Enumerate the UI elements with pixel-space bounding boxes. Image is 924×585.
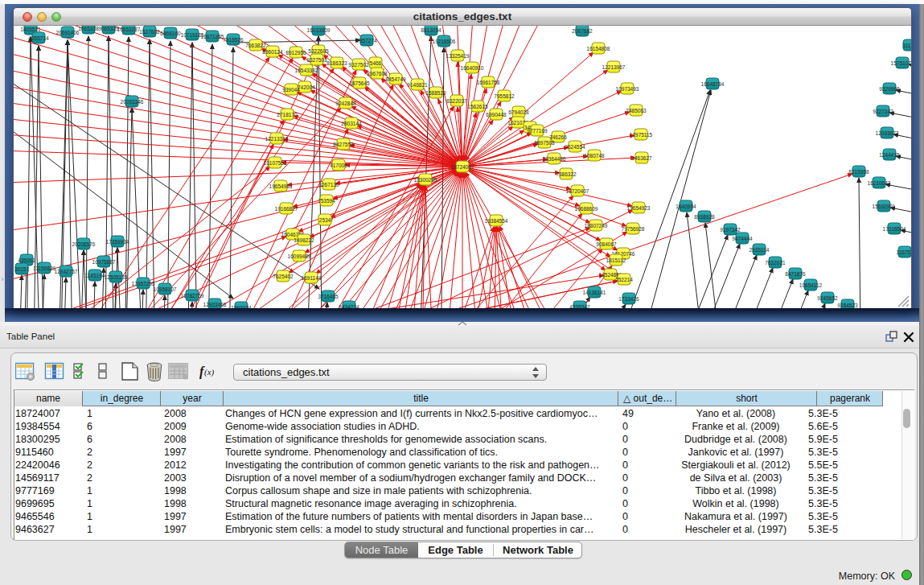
- svg-text:5322605: 5322605: [308, 48, 329, 54]
- svg-text:7625402: 7625402: [273, 274, 294, 279]
- svg-text:10688609: 10688609: [575, 206, 598, 212]
- svg-text:19654923: 19654923: [627, 205, 651, 211]
- svg-text:17016504: 17016504: [883, 226, 906, 232]
- svg-text:1463627: 1463627: [631, 155, 652, 161]
- svg-text:3716485: 3716485: [318, 294, 339, 299]
- svg-text:9242848: 9242848: [335, 101, 356, 106]
- svg-text:9329966: 9329966: [879, 86, 900, 92]
- svg-text:252214: 252214: [615, 277, 633, 282]
- svg-text:79756928: 79756928: [622, 226, 645, 232]
- svg-text:9084067: 9084067: [596, 241, 617, 247]
- svg-text:2534: 2534: [319, 217, 331, 223]
- svg-text:8471876: 8471876: [785, 271, 806, 277]
- svg-text:19218506: 19218506: [433, 39, 456, 44]
- svg-text:39157: 39157: [14, 266, 29, 272]
- svg-text:939044: 939044: [282, 87, 300, 93]
- svg-text:8912956: 8912956: [285, 50, 306, 56]
- svg-text:746266: 746266: [549, 134, 567, 140]
- svg-text:16210643: 16210643: [868, 180, 891, 186]
- svg-text:1733426: 1733426: [618, 296, 639, 302]
- svg-text:9146821: 9146821: [407, 82, 428, 88]
- svg-text:20053346: 20053346: [121, 99, 144, 105]
- svg-text:8454749: 8454749: [385, 76, 406, 82]
- svg-text:1244415: 1244415: [879, 152, 900, 158]
- svg-text:12093872: 12093872: [876, 130, 899, 136]
- svg-text:10975887: 10975887: [92, 259, 116, 265]
- svg-text:20691406: 20691406: [56, 30, 80, 35]
- svg-text:8215958: 8215958: [848, 169, 869, 175]
- svg-text:10958107: 10958107: [154, 286, 177, 292]
- svg-text:16782759: 16782759: [181, 293, 204, 299]
- svg-text:16671355: 16671355: [201, 34, 224, 39]
- svg-text:435061: 435061: [18, 257, 35, 263]
- svg-text:3875645: 3875645: [349, 80, 370, 86]
- svg-text:1815112: 1815112: [606, 257, 626, 263]
- svg-text:14136141: 14136141: [583, 290, 606, 295]
- svg-text:3624554: 3624554: [565, 144, 585, 150]
- svg-text:3267130: 3267130: [318, 182, 339, 187]
- svg-text:8938928: 8938928: [694, 214, 715, 220]
- svg-text:2935114: 2935114: [749, 247, 770, 253]
- svg-text:12213319: 12213319: [265, 136, 289, 142]
- svg-text:1640954: 1640954: [676, 204, 696, 209]
- svg-text:9327503: 9327503: [306, 57, 327, 63]
- svg-text:16099489: 16099489: [288, 253, 311, 259]
- svg-text:19166827: 19166827: [275, 206, 298, 212]
- svg-text:1145194: 1145194: [85, 273, 105, 278]
- svg-text:18807249: 18807249: [585, 223, 608, 229]
- svg-text:753594: 753594: [318, 198, 335, 204]
- svg-text:1527602: 1527602: [139, 29, 160, 35]
- svg-text:2087682: 2087682: [572, 28, 593, 34]
- svg-text:16640910: 16640910: [461, 65, 484, 71]
- svg-text:9284523: 9284523: [837, 303, 858, 308]
- svg-text:116753: 116753: [896, 249, 911, 255]
- svg-text:16543382: 16543382: [295, 68, 318, 73]
- svg-text:11156829: 11156829: [33, 266, 55, 271]
- svg-text:12975115: 12975115: [630, 132, 653, 138]
- svg-text:16154808: 16154808: [587, 46, 610, 51]
- svg-text:8186323: 8186323: [326, 60, 347, 66]
- svg-text:12942757: 12942757: [55, 269, 78, 274]
- svg-text:8427552: 8427552: [333, 142, 354, 147]
- svg-text:19384554: 19384554: [485, 218, 508, 224]
- svg-text:2967608: 2967608: [367, 71, 388, 76]
- svg-text:6794028: 6794028: [508, 109, 529, 115]
- svg-text:8813054: 8813054: [421, 27, 441, 33]
- svg-text:18720407: 18720407: [566, 188, 589, 194]
- svg-text:7632021: 7632021: [765, 260, 786, 266]
- svg-text:9327502: 9327502: [348, 62, 369, 68]
- svg-text:18724007: 18724007: [451, 164, 474, 170]
- svg-text:417006: 417006: [330, 163, 347, 168]
- svg-text:4335342: 4335342: [569, 304, 590, 309]
- svg-text:5466: 5466: [370, 60, 382, 66]
- svg-text:9227342: 9227342: [873, 109, 893, 114]
- svg-text:6466160: 6466160: [160, 31, 181, 36]
- svg-text:7386322: 7386322: [556, 171, 577, 177]
- svg-text:9474444: 9474444: [732, 236, 753, 241]
- svg-text:8322037: 8322037: [446, 98, 467, 104]
- svg-text:2803144: 2803144: [341, 121, 362, 126]
- svg-text:10973493: 10973493: [616, 86, 639, 92]
- svg-text:7955812: 7955812: [494, 93, 515, 99]
- svg-text:16107553: 16107553: [264, 160, 287, 166]
- svg-text:1562615: 1562615: [467, 104, 488, 109]
- svg-text:15751074: 15751074: [891, 60, 911, 66]
- svg-text:12213967: 12213967: [602, 64, 626, 70]
- svg-text:9197342: 9197342: [720, 227, 741, 233]
- svg-text:17957255: 17957255: [132, 281, 155, 286]
- svg-text:6897508: 6897508: [534, 140, 555, 146]
- svg-text:9245652: 9245652: [817, 295, 838, 301]
- svg-text:7515526: 7515526: [223, 37, 244, 43]
- svg-text:11172: 11172: [902, 43, 911, 48]
- svg-text:1405571: 1405571: [20, 27, 41, 32]
- svg-text:17359934: 17359934: [106, 239, 129, 245]
- svg-text:13325419: 13325419: [446, 53, 470, 59]
- svg-text:6990448: 6990448: [486, 112, 507, 117]
- svg-text:1903434: 1903434: [231, 305, 252, 309]
- svg-text:10654112: 10654112: [799, 282, 823, 288]
- svg-text:10653287: 10653287: [117, 27, 141, 32]
- svg-text:9777169: 9777169: [527, 128, 548, 134]
- svg-text:7485063: 7485063: [626, 108, 647, 113]
- svg-text:9065329: 9065329: [98, 26, 119, 31]
- svg-text:12923468: 12923468: [203, 302, 227, 307]
